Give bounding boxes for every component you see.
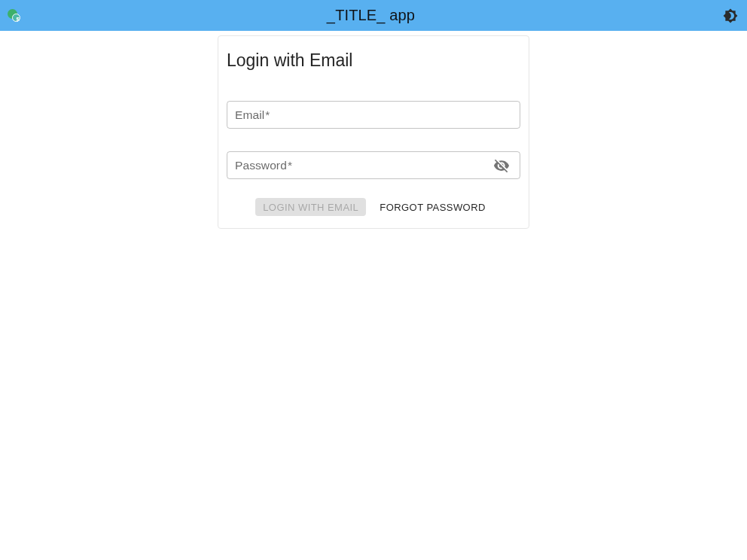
forgot-password-button[interactable]: FORGOT PASSWORD — [374, 198, 492, 216]
brightness-icon — [723, 8, 738, 23]
password-label-text: Password — [235, 159, 287, 172]
header-title: _TITLE_ app — [327, 7, 415, 24]
theme-toggle-button[interactable] — [721, 7, 739, 25]
logo-dollar-icon: $ — [17, 16, 20, 23]
email-label-text: Email — [235, 108, 264, 121]
button-row: LOGIN WITH EMAIL FORGOT PASSWORD — [227, 198, 520, 216]
email-label: Email * — [235, 108, 270, 122]
password-label: Password * — [235, 159, 292, 172]
email-required-asterisk: * — [265, 108, 270, 121]
password-required-asterisk: * — [288, 159, 292, 172]
password-visibility-toggle[interactable] — [486, 152, 517, 178]
password-field[interactable]: Password * — [227, 151, 520, 179]
login-button[interactable]: LOGIN WITH EMAIL — [255, 198, 366, 216]
card-title: Login with Email — [227, 50, 520, 71]
visibility-off-icon — [493, 157, 510, 174]
email-field[interactable]: Email * — [227, 101, 520, 129]
login-card: Login with Email Email * Password * LOGI… — [218, 35, 529, 229]
app-logo: $ — [8, 9, 20, 22]
app-header: $ _TITLE_ app — [0, 0, 747, 31]
